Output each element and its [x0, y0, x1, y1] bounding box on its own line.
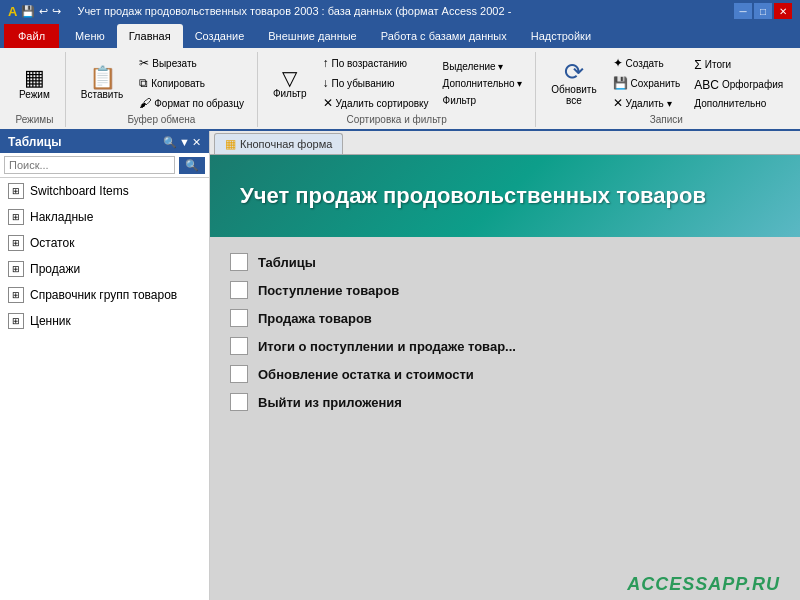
additional2-button[interactable]: Дополнительно — [689, 96, 788, 111]
right-content: ▦ Кнопочная форма Учет продаж продовольс… — [210, 131, 800, 600]
mode-icon: ▦ — [24, 67, 45, 89]
sb-item-incoming[interactable]: Поступление товаров — [230, 281, 780, 299]
mode-button[interactable]: ▦ Режим — [12, 64, 57, 103]
sb-label-results: Итоги о поступлении и продаже товар... — [258, 339, 516, 354]
sb-checkbox-sales[interactable] — [230, 309, 248, 327]
tab-home[interactable]: Главная — [117, 24, 183, 48]
table-item-switchboard[interactable]: ⊞ Switchboard Items — [0, 178, 209, 204]
close-btn[interactable]: ✕ — [774, 3, 792, 19]
sort-asc-label: По возрастанию — [332, 58, 408, 69]
paste-button[interactable]: 📋 Вставить — [74, 64, 130, 103]
table-item-prodazhi[interactable]: ⊞ Продажи — [0, 256, 209, 282]
quick-save[interactable]: 💾 — [21, 5, 35, 18]
tab-external[interactable]: Внешние данные — [256, 24, 368, 48]
title-text: Учет продаж продовольственных товаров 20… — [77, 5, 511, 17]
remove-sort-label: Удалить сортировку — [336, 98, 429, 109]
sb-checkbox-results[interactable] — [230, 337, 248, 355]
format-label: Формат по образцу — [154, 98, 244, 109]
sb-item-exit[interactable]: Выйти из приложения — [230, 393, 780, 411]
filter-button[interactable]: ▽ Фильтр — [266, 65, 314, 102]
clipboard-small-group: ✂ Вырезать ⧉ Копировать 🖌 Формат по обра… — [134, 54, 249, 112]
sb-label-tables: Таблицы — [258, 255, 316, 270]
cut-button[interactable]: ✂ Вырезать — [134, 54, 249, 72]
table-label-switchboard: Switchboard Items — [30, 184, 129, 198]
save-rec-label: Сохранить — [631, 78, 681, 89]
spell-button[interactable]: ABC Орфография — [689, 76, 788, 94]
table-item-sprav[interactable]: ⊞ Справочник групп товаров — [0, 282, 209, 308]
sb-item-tables[interactable]: Таблицы — [230, 253, 780, 271]
table-icon-cennik: ⊞ — [8, 313, 24, 329]
selection-button[interactable]: Выделение ▾ — [438, 59, 528, 74]
form-tab-icon: ▦ — [225, 137, 236, 151]
sb-label-exit: Выйти из приложения — [258, 395, 402, 410]
tab-menu[interactable]: Меню — [63, 24, 117, 48]
panel-menu-icon[interactable]: ▼ — [179, 136, 190, 149]
search-submit-btn[interactable]: 🔍 — [179, 157, 205, 174]
save-record-button[interactable]: 💾 Сохранить — [608, 74, 686, 92]
format-paint-button[interactable]: 🖌 Формат по образцу — [134, 94, 249, 112]
copy-label: Копировать — [151, 78, 205, 89]
delete-record-button[interactable]: ✕ Удалить ▾ — [608, 94, 686, 112]
tab-database[interactable]: Работа с базами данных — [369, 24, 519, 48]
remove-sort-button[interactable]: ✕ Удалить сортировку — [318, 94, 434, 112]
panel-search-icon[interactable]: 🔍 — [163, 136, 177, 149]
table-item-cennik[interactable]: ⊞ Ценник — [0, 308, 209, 334]
copy-button[interactable]: ⧉ Копировать — [134, 74, 249, 92]
table-item-nakl[interactable]: ⊞ Накладные — [0, 204, 209, 230]
tab-addons[interactable]: Надстройки — [519, 24, 603, 48]
selection-label: Выделение ▾ — [443, 61, 504, 72]
records-items: ⟳ Обновить все ✦ Создать 💾 Сохранить ✕ У… — [544, 54, 788, 112]
left-panel: Таблицы 🔍 ▼ ✕ 🔍 ⊞ Switchboard Items ⊞ На… — [0, 131, 210, 600]
sb-item-update[interactable]: Обновление остатка и стоимости — [230, 365, 780, 383]
undo-btn[interactable]: ↩ — [39, 5, 48, 18]
form-tab-switchboard[interactable]: ▦ Кнопочная форма — [214, 133, 343, 154]
sort-items: ▽ Фильтр ↑ По возрастанию ↓ По убыванию … — [266, 54, 527, 112]
additional-filter-button[interactable]: Дополнительно ▾ — [438, 76, 528, 91]
form-tab-bar: ▦ Кнопочная форма — [210, 131, 800, 155]
minimize-btn[interactable]: ─ — [734, 3, 752, 19]
filter2-label: Фильтр — [443, 95, 477, 106]
filter2-button[interactable]: Фильтр — [438, 93, 528, 108]
tab-file[interactable]: Файл — [4, 24, 59, 48]
left-panel-header: Таблицы 🔍 ▼ ✕ — [0, 131, 209, 153]
refresh-button[interactable]: ⟳ Обновить все — [544, 57, 603, 109]
table-item-ostatok[interactable]: ⊞ Остаток — [0, 230, 209, 256]
sb-checkbox-incoming[interactable] — [230, 281, 248, 299]
panel-title: Таблицы — [8, 135, 61, 149]
sb-checkbox-update[interactable] — [230, 365, 248, 383]
sort-group-label: Сортировка и фильтр — [266, 114, 527, 125]
ribbon-group-modes: ▦ Режим Режимы — [4, 52, 66, 127]
ribbon-group-clipboard: 📋 Вставить ✂ Вырезать ⧉ Копировать 🖌 Фор… — [66, 52, 258, 127]
refresh-icon: ⟳ — [564, 60, 584, 84]
ribbon-content: ▦ Режим Режимы 📋 Вставить ✂ Вырезать ⧉ К… — [0, 48, 800, 131]
filter-label: Фильтр — [273, 88, 307, 99]
mode-label: Режим — [19, 89, 50, 100]
save-rec-icon: 💾 — [613, 76, 628, 90]
cut-icon: ✂ — [139, 56, 149, 70]
sort-asc-button[interactable]: ↑ По возрастанию — [318, 54, 434, 72]
maximize-btn[interactable]: □ — [754, 3, 772, 19]
sb-item-results[interactable]: Итоги о поступлении и продаже товар... — [230, 337, 780, 355]
delete-rec-label: Удалить ▾ — [626, 98, 672, 109]
switchboard-form: Учет продаж продовольственных товаров Та… — [210, 155, 800, 600]
create-record-button[interactable]: ✦ Создать — [608, 54, 686, 72]
sb-checkbox-exit[interactable] — [230, 393, 248, 411]
switchboard-title: Учет продаж продовольственных товаров — [240, 183, 706, 209]
copy-icon: ⧉ — [139, 76, 148, 90]
ribbon-tabs: Файл Меню Главная Создание Внешние данны… — [0, 22, 800, 48]
redo-btn[interactable]: ↪ — [52, 5, 61, 18]
ribbon-group-records: ⟳ Обновить все ✦ Создать 💾 Сохранить ✕ У… — [536, 52, 796, 127]
panel-close-icon[interactable]: ✕ — [192, 136, 201, 149]
form-tab-label: Кнопочная форма — [240, 138, 332, 150]
switchboard-body: Таблицы Поступление товаров Продажа това… — [210, 237, 800, 600]
title-bar: A 💾 ↩ ↪ Учет продаж продовольственных то… — [0, 0, 800, 22]
table-icon-switchboard: ⊞ — [8, 183, 24, 199]
sb-checkbox-tables[interactable] — [230, 253, 248, 271]
tab-create[interactable]: Создание — [183, 24, 257, 48]
table-label-nakl: Накладные — [30, 210, 93, 224]
table-label-cennik: Ценник — [30, 314, 71, 328]
sb-item-sales[interactable]: Продажа товаров — [230, 309, 780, 327]
totals-button[interactable]: Σ Итоги — [689, 56, 788, 74]
search-input[interactable] — [4, 156, 175, 174]
sort-desc-button[interactable]: ↓ По убыванию — [318, 74, 434, 92]
